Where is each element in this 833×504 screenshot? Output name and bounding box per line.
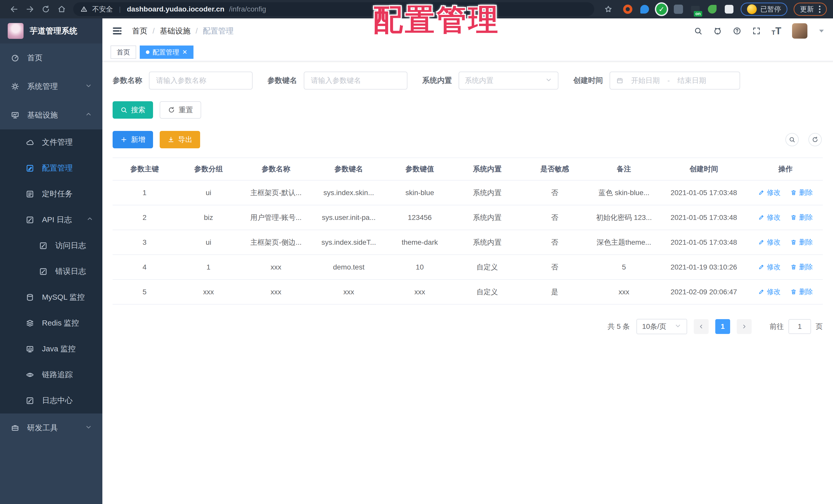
sidebar-item-redis-monitor[interactable]: Redis 监控 — [0, 310, 102, 336]
delete-link[interactable]: 删除 — [790, 287, 813, 296]
home-icon[interactable] — [54, 1, 70, 17]
cloud-upload-icon — [25, 138, 35, 147]
extension-sprout-icon[interactable] — [707, 4, 718, 15]
pagination-total: 共 5 条 — [608, 322, 630, 331]
url-path: /infra/config — [229, 5, 266, 13]
close-icon[interactable]: ✕ — [182, 49, 187, 55]
goto-page-input[interactable] — [788, 319, 811, 334]
search-icon[interactable] — [694, 27, 703, 35]
current-page-button[interactable]: 1 — [715, 319, 730, 334]
sidebar-item-file-mgmt[interactable]: 文件管理 — [0, 129, 102, 155]
briefcase-icon — [10, 424, 20, 432]
sidebar-item-access-logs[interactable]: 访问日志 — [0, 233, 102, 258]
reset-button[interactable]: 重置 — [160, 101, 201, 119]
hamburger-icon[interactable] — [112, 25, 123, 36]
task-list-icon — [25, 190, 35, 198]
sidebar-item-tracing[interactable]: 链路追踪 — [0, 362, 102, 388]
refresh-icon[interactable] — [808, 133, 822, 146]
extension-gray-icon[interactable] — [673, 4, 684, 15]
caret-down-icon[interactable] — [819, 30, 824, 32]
sidebar-item-system-mgmt[interactable]: 系统管理 — [0, 72, 102, 101]
sidebar-item-label: Java 监控 — [42, 344, 76, 354]
sidebar-item-label: 访问日志 — [55, 241, 86, 251]
add-button[interactable]: 新增 — [113, 131, 153, 148]
sidebar-item-config-mgmt[interactable]: 配置管理 — [0, 155, 102, 181]
prev-page-button[interactable] — [694, 319, 709, 334]
delete-link[interactable]: 删除 — [790, 237, 813, 247]
edit-link[interactable]: 修改 — [758, 213, 781, 222]
sidebar-item-java-monitor[interactable]: Java 监控 — [0, 336, 102, 362]
sidebar-item-mysql-monitor[interactable]: MySQL 监控 — [0, 284, 102, 310]
bookmark-star-icon[interactable] — [600, 1, 616, 17]
warning-triangle-icon — [80, 6, 88, 13]
param-name-input[interactable] — [149, 72, 253, 90]
url-divider: | — [117, 5, 122, 13]
system-type-select[interactable]: 系统内置 — [459, 72, 558, 90]
overlay-annotation-title: 配置管理 — [373, 0, 500, 40]
cell-operations: 修改 删除 — [748, 205, 823, 230]
delete-link-label: 删除 — [799, 188, 813, 197]
cell-remark: 5 — [588, 255, 660, 279]
edit-link[interactable]: 修改 — [758, 188, 781, 197]
github-icon[interactable] — [713, 27, 722, 35]
cell-sensitive: 是 — [521, 279, 589, 304]
help-icon[interactable] — [733, 27, 741, 35]
sidebar-item-log-center[interactable]: 日志中心 — [0, 388, 102, 413]
sidebar-item-error-logs[interactable]: 错误日志 — [0, 258, 102, 284]
date-start-placeholder: 开始日期 — [631, 76, 660, 85]
sidebar-item-label: Redis 监控 — [42, 318, 79, 328]
breadcrumb-item-infrastructure[interactable]: 基础设施 — [160, 26, 190, 36]
next-page-button[interactable] — [737, 319, 752, 334]
breadcrumb-item-home[interactable]: 首页 — [132, 26, 147, 36]
fullscreen-icon[interactable] — [752, 27, 761, 35]
forward-icon[interactable] — [22, 1, 38, 17]
reload-icon[interactable] — [38, 1, 54, 17]
page-content: 参数名称 参数键名 系统内置 系统内置 — [102, 61, 833, 504]
date-end-placeholder: 结束日期 — [677, 76, 706, 85]
export-button[interactable]: 导出 — [160, 131, 200, 148]
extension-on-badge-icon[interactable]: on — [690, 4, 701, 15]
breadcrumb-item-current: 配置管理 — [203, 26, 234, 36]
font-size-icon[interactable]: TT — [771, 26, 781, 36]
sidebar-item-cron-jobs[interactable]: 定时任务 — [0, 181, 102, 207]
paused-badge[interactable]: 已暂停 — [741, 3, 787, 16]
param-key-input[interactable] — [304, 72, 407, 90]
extension-puzzle-icon[interactable] — [724, 4, 735, 15]
search-button[interactable]: 搜索 — [113, 101, 153, 119]
tab-home[interactable]: 首页 — [111, 46, 136, 59]
eye-icon — [25, 371, 35, 379]
create-time-label: 创建时间 — [573, 75, 603, 86]
avatar[interactable] — [792, 23, 807, 39]
delete-link[interactable]: 删除 — [790, 213, 813, 222]
date-range-picker[interactable]: 开始日期 - 结束日期 — [610, 72, 740, 90]
sidebar-item-dev-tools[interactable]: 研发工具 — [0, 413, 102, 442]
edit-link[interactable]: 修改 — [758, 237, 781, 247]
update-button[interactable]: 更新 — [793, 3, 827, 16]
browser-menu-icon[interactable] — [819, 6, 820, 13]
tab-label: 配置管理 — [152, 48, 179, 57]
chevron-up-icon — [86, 215, 93, 224]
toggle-search-icon[interactable] — [785, 133, 799, 146]
page-size-select[interactable]: 10条/页 — [637, 319, 687, 334]
delete-link[interactable]: 删除 — [790, 262, 813, 272]
sidebar-item-infrastructure[interactable]: 基础设施 — [0, 101, 102, 129]
back-icon[interactable] — [6, 1, 22, 17]
sidebar-item-label: 首页 — [27, 53, 43, 63]
sidebar-item-api-logs[interactable]: API 日志 — [0, 207, 102, 233]
edit-link[interactable]: 修改 — [758, 287, 781, 296]
sidebar-item-home[interactable]: 首页 — [0, 44, 102, 72]
delete-link[interactable]: 删除 — [790, 188, 813, 197]
edit-link[interactable]: 修改 — [758, 262, 781, 272]
filter-create-time: 创建时间 开始日期 - 结束日期 — [573, 72, 740, 90]
sidebar-logo[interactable]: 芋道管理系统 — [0, 19, 102, 44]
tags-view-bar: 首页 配置管理 ✕ — [102, 44, 833, 61]
address-bar[interactable]: 不安全 | dashboard.yudao.iocoder.cn/infra/c… — [73, 2, 594, 16]
extension-orange-icon[interactable] — [622, 4, 633, 15]
extension-check-icon[interactable]: ✓ — [656, 4, 667, 15]
sidebar-item-label: 定时任务 — [42, 189, 73, 199]
extension-pin-icon[interactable] — [639, 4, 650, 15]
delete-link-label: 删除 — [799, 287, 813, 296]
tab-config-mgmt[interactable]: 配置管理 ✕ — [140, 46, 193, 59]
cell-param-id: 1 — [113, 180, 176, 205]
security-label: 不安全 — [92, 5, 113, 14]
